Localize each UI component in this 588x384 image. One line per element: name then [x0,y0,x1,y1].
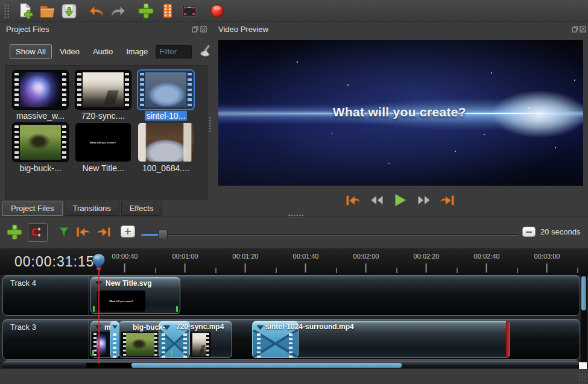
new-project-button[interactable] [14,1,36,20]
track-2-partial-row[interactable] [2,360,580,368]
choose-profile-button[interactable] [157,1,179,20]
clip-new-title[interactable]: New Title.svg What will you create? [90,277,180,314]
fast-forward-button[interactable] [416,193,432,207]
new-project-icon [17,3,34,19]
file-item-massive[interactable]: massive_w... [9,71,72,121]
previous-marker-icon [75,226,92,238]
float-panel-icon[interactable] [192,26,198,33]
main-toolbar [0,0,588,22]
horizontal-scrollbar-thumb[interactable] [131,363,402,368]
fullscreen-button[interactable] [179,1,200,20]
import-files-icon [138,2,154,19]
rewind-icon [369,194,385,206]
fast-forward-icon [416,194,432,206]
timeline-toolbar: 20 seconds [0,219,588,248]
file-item-big-buck[interactable]: big-buck-... [9,123,72,173]
import-files-button[interactable] [135,1,157,20]
file-item-new-title[interactable]: What will you create? New Title... [72,123,134,173]
track-4-row[interactable]: Track 4 New Title.svg What will you crea… [2,275,580,316]
file-item-720-sync[interactable]: 720-sync.... [72,71,134,121]
file-label: New Title... [72,163,134,173]
dock-tabs: Project Files Transitions Effects [2,201,162,216]
clip-trim-handle[interactable] [171,350,172,356]
clear-filter-broom-icon[interactable] [198,45,212,59]
tab-transitions[interactable]: Transitions [65,201,119,216]
ruler-tick: 00:00:40 [112,250,138,272]
jump-to-start-button[interactable] [345,193,362,207]
next-marker-button[interactable] [95,226,112,241]
filter-input[interactable] [156,45,192,58]
scrollbar-gap [86,363,132,368]
track-name: Track 3 [10,323,36,332]
timeline-ruler[interactable]: 00:00:31:15 00:00:40 00:01:00 00:01:20 0… [0,248,588,275]
next-marker-icon [95,226,112,238]
toolbar-grip[interactable] [4,4,10,18]
panel-splitter-grip[interactable] [209,116,212,133]
file-thumbnail: What will you create? [75,123,131,162]
ruler-tick: 00:01:40 [293,250,319,272]
ruler-tick: 00:01:00 [172,250,198,272]
transition-small[interactable] [110,321,119,358]
file-thumbnail [83,72,124,107]
add-track-button[interactable] [6,224,23,243]
preview-overlay-text: What will you create? [333,105,466,119]
vertical-scrollbar[interactable] [581,275,587,363]
clip-label: sintel-1024-surround.mp4 [265,323,354,331]
track-3-row[interactable]: Track 3 m big-buck- 720-sync.mp4 sintel-… [2,319,580,360]
film-strip-icon [160,3,175,19]
tab-audio[interactable]: Audio [87,45,118,58]
splitter-grip-dots[interactable] [288,214,303,218]
close-panel-icon[interactable] [580,26,586,33]
zoom-slider-handle[interactable] [158,230,168,239]
float-panel-icon[interactable] [572,26,578,33]
snapping-toggle-button[interactable] [28,223,48,242]
save-project-icon [61,3,77,19]
clip-trim-handle[interactable] [93,306,95,312]
export-video-button[interactable] [206,1,228,20]
transition-menu-icon[interactable] [256,324,265,331]
zoom-out-button[interactable] [522,227,536,237]
vertical-scrollbar-thumb[interactable] [581,276,586,310]
center-playhead-icon [124,228,131,235]
file-thumbnail [20,72,61,107]
track-name: Track 4 [10,279,36,288]
transport-controls [212,191,588,209]
tab-effects[interactable]: Effects [121,201,162,216]
clip-trim-handle[interactable] [176,306,178,312]
video-preview-canvas[interactable]: What will you create? [218,40,583,186]
redo-button[interactable] [107,1,129,20]
save-project-button[interactable] [58,1,80,20]
clip-label: 720-sync.mp4 [176,323,224,331]
open-project-button[interactable] [36,1,58,20]
playhead-line [98,268,100,364]
transition-menu-icon[interactable] [112,324,118,330]
project-files-list[interactable]: massive_w... 720-sync.... sintel-10... b… [5,65,207,200]
file-label: sintel-10... [134,111,197,121]
file-thumbnail [20,125,61,160]
ruler-tick: 00:02:40 [474,250,500,272]
file-item-100-0684[interactable]: 100_0684.... [134,123,197,173]
project-files-panel-title: Project Files [6,25,49,34]
file-item-sintel-selected[interactable]: sintel-10... [134,71,197,121]
open-project-icon [39,3,55,19]
play-button[interactable] [392,193,409,207]
scrollbar-corner [579,362,587,369]
close-panel-icon[interactable] [200,26,207,33]
tab-image[interactable]: Image [121,45,153,58]
clip-trim-handle[interactable] [92,350,94,356]
add-marker-button[interactable] [58,226,70,240]
clip-trim-end-indicator[interactable] [506,321,510,358]
rewind-button[interactable] [368,193,385,207]
undo-button[interactable] [86,1,107,20]
zoom-scale-label: 20 seconds [540,227,581,236]
window-resize-grip[interactable] [578,373,586,381]
tab-project-files[interactable]: Project Files [2,201,63,216]
previous-marker-button[interactable] [75,226,92,241]
zoom-slider-track[interactable] [141,234,517,236]
center-playhead-button[interactable] [121,225,135,238]
clip-thumbnail: What will you create? [97,291,145,312]
jump-to-end-button[interactable] [439,193,456,207]
file-label: 720-sync.... [72,111,134,121]
tab-video[interactable]: Video [54,45,85,58]
tab-show-all[interactable]: Show All [10,44,52,59]
